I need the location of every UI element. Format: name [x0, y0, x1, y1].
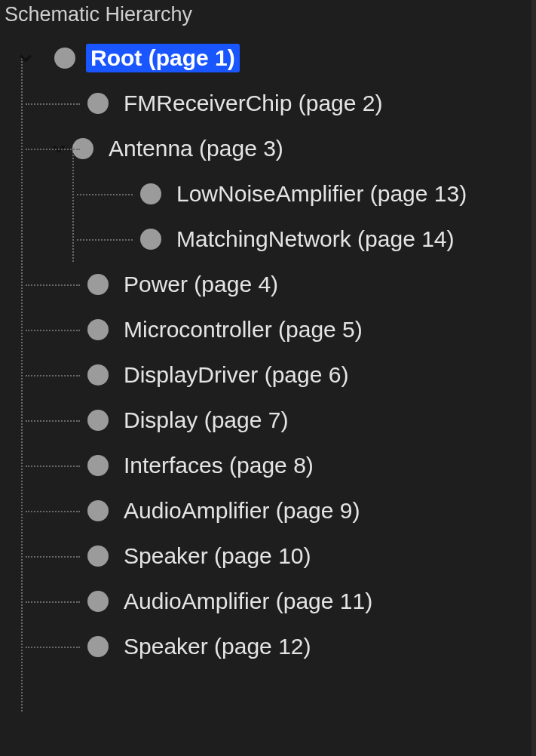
panel-edge: [531, 0, 536, 756]
tree-item-label: Display (page 7): [119, 406, 293, 435]
tree-item-audioamplifier[interactable]: AudioAmplifier (page 9): [5, 488, 536, 533]
tree-item-power[interactable]: Power (page 4): [5, 262, 536, 307]
tree-item-speaker[interactable]: Speaker (page 12): [5, 624, 536, 669]
tree-item-display[interactable]: Display (page 7): [5, 398, 536, 443]
tree-item-displaydriver[interactable]: DisplayDriver (page 6): [5, 352, 536, 398]
tree-item-antenna[interactable]: Antenna (page 3): [5, 126, 536, 171]
node-bullet-icon: [140, 229, 161, 250]
schematic-hierarchy-panel: Schematic Hierarchy Root (page 1) FMRece…: [0, 0, 536, 756]
tree-item-label: Speaker (page 12): [119, 632, 316, 661]
node-bullet-icon: [87, 410, 109, 431]
node-bullet-icon: [140, 183, 161, 204]
tree-item-root[interactable]: Root (page 1): [5, 35, 536, 81]
node-bullet-icon: [87, 455, 109, 476]
tree-item-lownoiseamplifier[interactable]: LowNoiseAmplifier (page 13): [5, 171, 536, 217]
tree-item-matchingnetwork[interactable]: MatchingNetwork (page 14): [5, 217, 536, 262]
node-bullet-icon: [72, 138, 93, 159]
node-bullet-icon: [87, 591, 109, 612]
tree-item-label: Speaker (page 10): [119, 542, 316, 570]
tree-item-speaker[interactable]: Speaker (page 10): [5, 533, 536, 579]
chevron-down-icon[interactable]: [52, 142, 66, 155]
tree-item-audioamplifier[interactable]: AudioAmplifier (page 11): [5, 579, 536, 624]
node-bullet-icon: [87, 93, 109, 114]
tree-item-label: DisplayDriver (page 6): [119, 361, 353, 389]
node-bullet-icon: [87, 545, 109, 567]
node-bullet-icon: [54, 48, 75, 69]
tree-item-interfaces[interactable]: Interfaces (page 8): [5, 443, 536, 488]
tree-item-label: AudioAmplifier (page 9): [119, 496, 365, 525]
chevron-down-icon[interactable]: [19, 51, 32, 65]
tree-item-label: AudioAmplifier (page 11): [119, 587, 377, 616]
tree-item-label: Power (page 4): [119, 270, 283, 299]
node-bullet-icon: [87, 364, 109, 386]
node-bullet-icon: [87, 636, 109, 657]
tree-item-label: LowNoiseAmplifier (page 13): [172, 180, 471, 208]
tree-item-label: Microcontroller (page 5): [119, 315, 367, 344]
tree-item-label: Antenna (page 3): [104, 134, 288, 163]
tree-item-microcontroller[interactable]: Microcontroller (page 5): [5, 307, 536, 352]
hierarchy-tree: Root (page 1) FMReceiverChip (page 2) An…: [0, 35, 536, 669]
node-bullet-icon: [87, 274, 109, 295]
tree-item-label: FMReceiverChip (page 2): [119, 89, 387, 118]
tree-item-fmreceiverchip[interactable]: FMReceiverChip (page 2): [5, 81, 536, 126]
tree-item-label: Root (page 1): [86, 44, 240, 72]
panel-title: Schematic Hierarchy: [0, 0, 536, 35]
node-bullet-icon: [87, 500, 109, 521]
tree-item-label: MatchingNetwork (page 14): [172, 225, 459, 254]
node-bullet-icon: [87, 319, 109, 340]
tree-item-label: Interfaces (page 8): [119, 451, 318, 480]
